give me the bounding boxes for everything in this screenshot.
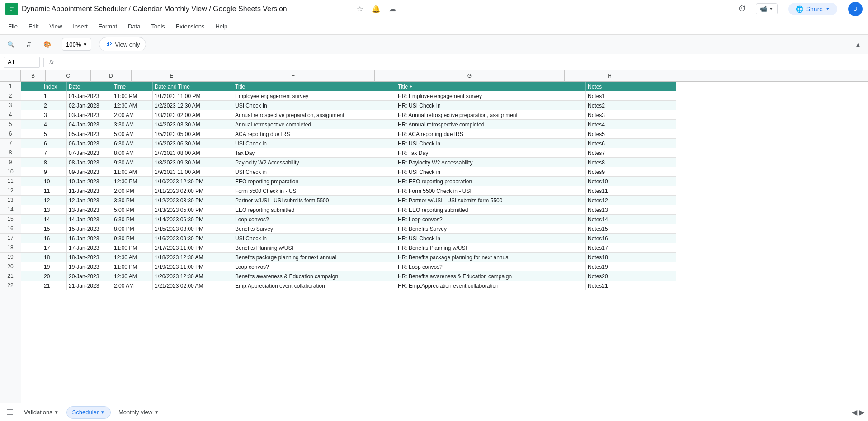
cell-19-g[interactable]: HR: Benefits package planning for next a…	[396, 253, 586, 262]
cell-15-h[interactable]: Notes14	[586, 215, 676, 224]
cell-11-g[interactable]: HR: EEO reporting preparation	[396, 177, 586, 186]
cell-8-e[interactable]: 1/7/2023 08:00 AM	[153, 148, 233, 158]
cell-12-h[interactable]: Notes11	[586, 186, 676, 196]
cell-10-e[interactable]: 1/9/2023 11:00 AM	[153, 167, 233, 177]
menu-format[interactable]: Format	[94, 21, 122, 32]
cell-14-g[interactable]: HR: EEO reporting submitted	[396, 205, 586, 215]
cell-1-a[interactable]	[21, 82, 42, 91]
cell-8-a[interactable]	[21, 148, 42, 158]
cell-8-h[interactable]: Notes7	[586, 148, 676, 158]
row-number-20[interactable]: 20	[0, 262, 21, 271]
row-number-15[interactable]: 15	[0, 215, 21, 224]
print-button[interactable]: 🖨	[22, 37, 36, 51]
cell-10-c[interactable]: 09-Jan-2023	[67, 167, 112, 177]
cell-22-f[interactable]: Emp.Appreciation event collaboration	[233, 281, 396, 290]
cell-5-f[interactable]: Annual retrospective completed	[233, 120, 396, 129]
cell-3-c[interactable]: 02-Jan-2023	[67, 101, 112, 110]
cell-2-g[interactable]: HR: Employee engagement survey	[396, 91, 586, 101]
row-number-6[interactable]: 6	[0, 129, 21, 139]
cell-8-b[interactable]: 7	[42, 148, 67, 158]
cell-9-h[interactable]: Notes8	[586, 158, 676, 167]
history-button[interactable]: ⏱	[734, 1, 750, 17]
cell-5-b[interactable]: 4	[42, 120, 67, 129]
cell-3-h[interactable]: Notes2	[586, 101, 676, 110]
cell-11-h[interactable]: Notes10	[586, 177, 676, 186]
cell-11-c[interactable]: 10-Jan-2023	[67, 177, 112, 186]
col-header-f[interactable]: F	[212, 70, 375, 81]
cell-13-g[interactable]: HR: Partner w/USI - USI submits form 550…	[396, 196, 586, 205]
cell-12-f[interactable]: Form 5500 Check in - USI	[233, 186, 396, 196]
row-number-9[interactable]: 9	[0, 158, 21, 167]
cell-18-f[interactable]: Benefits Planning w/USI	[233, 243, 396, 253]
cell-21-e[interactable]: 1/20/2023 12:30 AM	[153, 271, 233, 281]
cell-7-e[interactable]: 1/6/2023 06:30 AM	[153, 139, 233, 148]
cell-12-d[interactable]: 2:00 PM	[112, 186, 153, 196]
cell-20-b[interactable]: 19	[42, 262, 67, 271]
formula-input[interactable]	[59, 57, 864, 68]
cell-13-c[interactable]: 12-Jan-2023	[67, 196, 112, 205]
cell-3-g[interactable]: HR: USI Check In	[396, 101, 586, 110]
cell-17-d[interactable]: 9:30 PM	[112, 234, 153, 243]
cell-1-f[interactable]: Title	[233, 82, 396, 91]
cell-16-f[interactable]: Benefits Survey	[233, 224, 396, 234]
cell-6-h[interactable]: Notes5	[586, 129, 676, 139]
zoom-selector[interactable]: 100% ▼	[62, 38, 91, 51]
row-number-8[interactable]: 8	[0, 148, 21, 158]
cell-3-b[interactable]: 2	[42, 101, 67, 110]
cell-11-d[interactable]: 12:30 PM	[112, 177, 153, 186]
cell-18-b[interactable]: 17	[42, 243, 67, 253]
cell-13-b[interactable]: 12	[42, 196, 67, 205]
cell-19-h[interactable]: Notes18	[586, 253, 676, 262]
cell-9-e[interactable]: 1/8/2023 09:30 AM	[153, 158, 233, 167]
row-number-5[interactable]: 5	[0, 120, 21, 129]
cell-4-g[interactable]: HR: Annual retrospective preparation, as…	[396, 110, 586, 120]
cell-21-h[interactable]: Notes20	[586, 271, 676, 281]
cell-2-b[interactable]: 1	[42, 91, 67, 101]
cell-12-c[interactable]: 11-Jan-2023	[67, 186, 112, 196]
cell-18-c[interactable]: 17-Jan-2023	[67, 243, 112, 253]
cell-19-d[interactable]: 12:30 AM	[112, 253, 153, 262]
cell-13-d[interactable]: 3:30 PM	[112, 196, 153, 205]
cell-9-c[interactable]: 08-Jan-2023	[67, 158, 112, 167]
col-header-d[interactable]: D	[91, 70, 132, 81]
col-header-g[interactable]: G	[375, 70, 565, 81]
view-only-button[interactable]: 👁 View only	[99, 37, 146, 51]
row-number-14[interactable]: 14	[0, 205, 21, 215]
cell-22-b[interactable]: 21	[42, 281, 67, 290]
cell-6-e[interactable]: 1/5/2023 05:00 AM	[153, 129, 233, 139]
user-avatar[interactable]: U	[848, 2, 863, 16]
row-number-11[interactable]: 11	[0, 177, 21, 186]
cell-5-c[interactable]: 04-Jan-2023	[67, 120, 112, 129]
cell-15-a[interactable]	[21, 215, 42, 224]
cell-8-d[interactable]: 8:00 AM	[112, 148, 153, 158]
scroll-right-icon[interactable]: ▶	[859, 408, 864, 416]
scroll-left-icon[interactable]: ◀	[852, 408, 857, 416]
menu-edit[interactable]: Edit	[24, 21, 43, 32]
cell-3-e[interactable]: 1/2/2023 12:30 AM	[153, 101, 233, 110]
cell-7-c[interactable]: 06-Jan-2023	[67, 139, 112, 148]
row-number-7[interactable]: 7	[0, 139, 21, 148]
cell-20-c[interactable]: 19-Jan-2023	[67, 262, 112, 271]
cell-19-b[interactable]: 18	[42, 253, 67, 262]
cell-3-d[interactable]: 12:30 AM	[112, 101, 153, 110]
cell-6-f[interactable]: ACA reporting due IRS	[233, 129, 396, 139]
cell-16-g[interactable]: HR: Benefits Survey	[396, 224, 586, 234]
cell-7-b[interactable]: 6	[42, 139, 67, 148]
cell-15-d[interactable]: 6:30 PM	[112, 215, 153, 224]
row-number-22[interactable]: 22	[0, 281, 21, 290]
cell-19-a[interactable]	[21, 253, 42, 262]
row-number-2[interactable]: 2	[0, 91, 21, 101]
cell-22-d[interactable]: 2:00 AM	[112, 281, 153, 290]
sheets-menu-icon[interactable]: ☰	[4, 406, 16, 419]
cell-18-d[interactable]: 11:00 PM	[112, 243, 153, 253]
cell-5-a[interactable]	[21, 120, 42, 129]
menu-file[interactable]: File	[4, 21, 22, 32]
cell-20-f[interactable]: Loop convos?	[233, 262, 396, 271]
cell-2-f[interactable]: Employee engagement survey	[233, 91, 396, 101]
cell-21-b[interactable]: 20	[42, 271, 67, 281]
cell-10-f[interactable]: USI Check in	[233, 167, 396, 177]
cell-7-a[interactable]	[21, 139, 42, 148]
row-number-1[interactable]: 1	[0, 82, 21, 91]
cell-14-c[interactable]: 13-Jan-2023	[67, 205, 112, 215]
cell-19-f[interactable]: Benefits package planning for next annua…	[233, 253, 396, 262]
